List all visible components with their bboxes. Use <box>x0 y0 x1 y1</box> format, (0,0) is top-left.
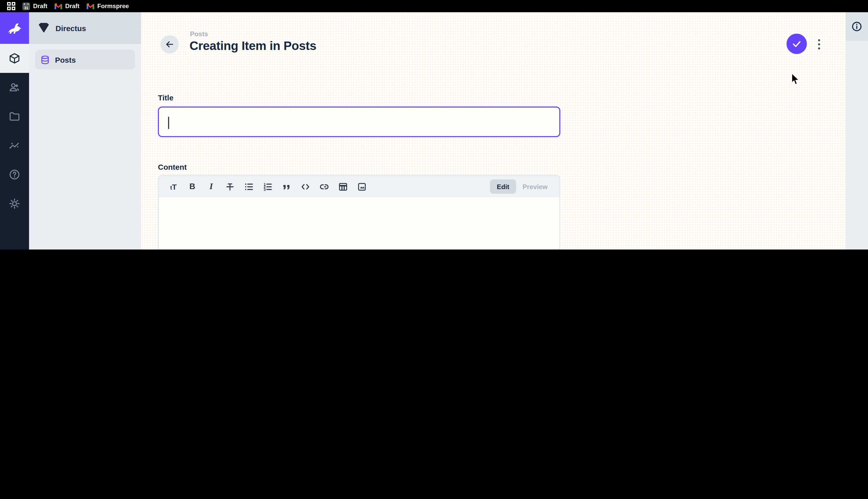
browser-tab-draft-2[interactable]: Draft <box>54 2 79 10</box>
tab-label: Draft <box>33 2 47 10</box>
users-icon <box>9 82 21 93</box>
sidebar: Directus Posts <box>29 12 141 250</box>
right-sidebar <box>846 12 868 250</box>
text-size-icon[interactable]: tT <box>164 179 183 194</box>
editor-toolbar: tT B I <box>159 176 559 197</box>
browser-tab-bar: 31 Draft Draft Formspree <box>0 0 868 12</box>
tab-label: Draft <box>65 2 79 10</box>
module-content[interactable] <box>0 44 29 73</box>
help-icon <box>9 169 21 180</box>
info-icon <box>851 21 863 32</box>
module-users[interactable] <box>0 73 29 102</box>
info-sidebar-button[interactable] <box>846 12 868 41</box>
insights-icon <box>9 140 21 151</box>
calendar-31-icon: 31 <box>22 2 30 10</box>
bulleted-list-icon[interactable] <box>239 179 258 194</box>
breadcrumb[interactable]: Posts <box>190 30 208 38</box>
tab-label: Formspree <box>97 2 129 10</box>
preview-mode-button[interactable]: Preview <box>516 180 554 194</box>
content-field-label: Content <box>158 162 560 171</box>
italic-icon[interactable]: I <box>202 179 221 194</box>
link-icon[interactable] <box>315 179 334 194</box>
content-textarea[interactable] <box>159 197 559 250</box>
module-insights[interactable] <box>0 131 29 160</box>
numbered-list-icon[interactable]: 123 <box>258 179 277 194</box>
arrow-left-icon <box>165 39 175 49</box>
more-options-button[interactable] <box>816 38 822 50</box>
svg-text:3: 3 <box>264 187 266 191</box>
right-sidebar-body <box>846 41 868 250</box>
page-title: Creating Item in Posts <box>189 39 316 53</box>
content-editor: tT B I <box>158 175 560 250</box>
project-header[interactable]: Directus <box>29 12 141 44</box>
back-button[interactable] <box>161 35 179 53</box>
page-header: Posts Creating Item in Posts <box>141 12 846 60</box>
sidebar-item-posts[interactable]: Posts <box>35 50 135 69</box>
mouse-cursor <box>791 73 800 86</box>
text-caret <box>168 117 169 129</box>
gear-icon <box>9 198 21 209</box>
directus-logo[interactable] <box>0 12 29 44</box>
rabbit-icon <box>6 21 23 35</box>
browser-tab-formspree[interactable]: Formspree <box>87 2 129 10</box>
module-bar <box>0 12 29 250</box>
database-icon <box>40 55 50 64</box>
sidebar-item-label: Posts <box>55 55 76 64</box>
browser-tab-draft-1[interactable]: 31 Draft <box>22 2 47 10</box>
module-help[interactable] <box>0 160 29 189</box>
module-files[interactable] <box>0 102 29 131</box>
image-icon[interactable] <box>352 179 372 194</box>
module-settings[interactable] <box>0 189 29 218</box>
item-form: Title Content tT B I <box>158 93 560 250</box>
strikethrough-icon[interactable] <box>221 179 239 194</box>
folder-icon <box>9 111 21 122</box>
title-field-label: Title <box>158 93 560 102</box>
gmail-icon <box>54 3 62 9</box>
main-content: Posts Creating Item in Posts Title Conte… <box>141 12 846 250</box>
screen: 31 Draft Draft Formspree <box>0 0 868 250</box>
content-box-icon <box>9 52 21 64</box>
bold-icon[interactable]: B <box>183 179 202 194</box>
check-icon <box>791 38 802 49</box>
fan-shield-icon <box>38 23 49 33</box>
table-icon[interactable] <box>334 179 352 194</box>
project-name: Directus <box>55 24 86 32</box>
gmail-icon <box>87 3 94 9</box>
blockquote-icon[interactable] <box>277 179 296 194</box>
edit-mode-button[interactable]: Edit <box>490 180 516 194</box>
save-button[interactable] <box>787 34 807 54</box>
title-input[interactable] <box>158 107 560 137</box>
tab-grid-icon[interactable] <box>7 2 15 10</box>
code-icon[interactable] <box>296 179 315 194</box>
